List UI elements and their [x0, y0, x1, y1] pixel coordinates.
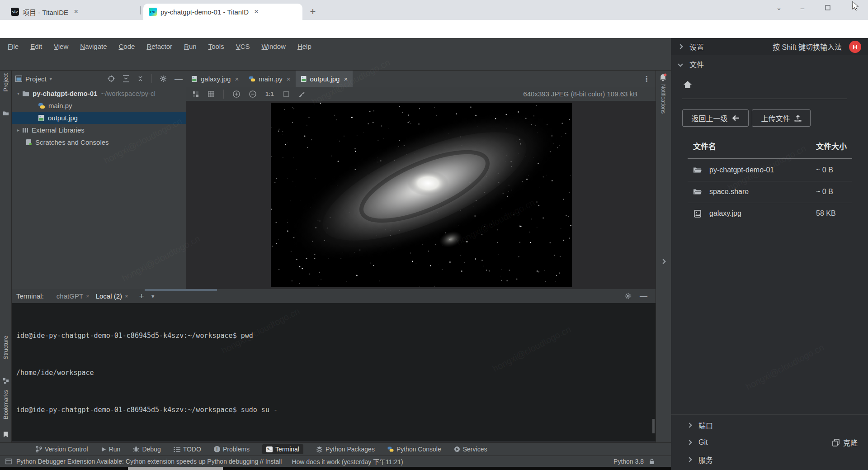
close-icon[interactable]: ×	[86, 293, 90, 299]
grid-toggle-icon[interactable]	[208, 91, 214, 97]
toolbar-python-console[interactable]: Python Console	[387, 446, 441, 453]
browser-tab-project[interactable]: <t> 项目 - TitanIDE ×	[5, 4, 137, 20]
menu-window[interactable]: Window	[256, 43, 292, 50]
browser-tab-ide[interactable]: PC py-chatgpt-demo-01 - TitanID ×	[143, 4, 302, 20]
hide-panel-icon[interactable]: —	[640, 292, 647, 301]
status-window-icon[interactable]	[5, 458, 12, 465]
window-minimize-button[interactable]: –	[792, 0, 813, 15]
terminal-output[interactable]: ide@ide-py-chatgpt-demo-01-c86945d5-k4sz…	[12, 303, 656, 441]
window-maximize-button[interactable]	[817, 0, 838, 15]
tree-item-output-jpg[interactable]: output.jpg	[12, 112, 186, 124]
toolbar-python-packages[interactable]: Python Packages	[316, 446, 375, 453]
services-section-header[interactable]: 服务	[671, 451, 868, 468]
menu-view[interactable]: View	[48, 43, 74, 50]
toolbar-problems[interactable]: ! Problems	[214, 446, 250, 453]
image-viewer-toolbar: 1:1 640x393 JPEG (8-bit color) 109.63 kB	[186, 87, 656, 101]
toolbar-todo[interactable]: TODO	[174, 446, 201, 453]
editor-tab-main-py[interactable]: main.py ×	[244, 71, 295, 87]
editor-tab-output[interactable]: output.jpg ×	[296, 71, 353, 87]
close-icon[interactable]: ×	[235, 75, 239, 83]
locate-file-icon[interactable]	[108, 75, 115, 82]
new-tab-button[interactable]: +	[307, 5, 319, 18]
new-terminal-plus-icon[interactable]: +	[139, 291, 144, 301]
terminal-tab-local[interactable]: Local (2) ×	[96, 292, 128, 300]
tree-item-main-py[interactable]: main.py	[12, 100, 186, 112]
zoom-out-icon[interactable]	[249, 90, 256, 98]
project-stripe-folder-icon[interactable]	[3, 110, 9, 116]
close-icon[interactable]: ×	[344, 75, 348, 83]
go-up-button[interactable]: 返回上一级	[682, 109, 749, 127]
toolbar-terminal[interactable]: >_ Terminal	[262, 444, 303, 454]
hide-panel-icon[interactable]: —	[175, 76, 183, 81]
terminal-tab-chatgpt[interactable]: chatGPT ×	[57, 292, 90, 300]
menu-edit[interactable]: Edit	[24, 43, 48, 50]
menu-run[interactable]: Run	[178, 43, 203, 50]
tree-item-project-root[interactable]: ▾ py-chatgpt-demo-01 ~/workspace/py-cl	[12, 87, 186, 100]
upload-file-button[interactable]: 上传文件	[752, 109, 811, 127]
ports-label: 端口	[698, 420, 713, 431]
bookmarks-stripe-flag-icon[interactable]	[3, 432, 8, 437]
file-row-galaxy-jpg[interactable]: galaxy.jpg 58 KB	[671, 204, 868, 223]
menu-help[interactable]: Help	[292, 43, 317, 50]
stripe-structure-label[interactable]: Structure	[2, 336, 9, 360]
settings-section-header[interactable]: 设置 按 Shift 键切换输入法 H	[671, 38, 868, 55]
packages-icon	[316, 446, 323, 453]
chevron-down-icon[interactable]: ▾	[17, 91, 19, 96]
terminal-scrollbar-horizontal[interactable]	[145, 289, 217, 291]
chevron-right-icon[interactable]: ▸	[17, 128, 19, 133]
toolbar-services[interactable]: Services	[454, 446, 487, 453]
notifications-bell-icon[interactable]	[659, 73, 667, 81]
tree-item-external-libraries[interactable]: ▸ External Libraries	[12, 124, 186, 136]
stripe-project-label[interactable]: Project	[2, 73, 9, 91]
chevron-down-icon[interactable]: ▾	[50, 76, 52, 81]
menu-file[interactable]: File	[2, 43, 24, 50]
zoom-in-icon[interactable]	[233, 90, 240, 98]
toolbar-debug[interactable]: Debug	[133, 446, 160, 453]
menu-code[interactable]: Code	[113, 43, 141, 50]
expand-all-icon[interactable]	[123, 75, 129, 82]
lock-icon[interactable]	[649, 458, 655, 465]
close-icon[interactable]: ×	[125, 293, 128, 299]
menu-navigate[interactable]: Navigate	[74, 43, 113, 50]
tree-item-scratches[interactable]: Scratches and Consoles	[12, 136, 186, 148]
gear-icon[interactable]	[625, 293, 632, 299]
status-message[interactable]: Python Debugger Extension Available: Cyt…	[16, 458, 282, 465]
home-icon[interactable]	[683, 81, 692, 89]
file-row-py-chatgpt[interactable]: py-chatgpt-demo-01 ~ 0 B	[671, 160, 868, 180]
stripe-notifications-label[interactable]: Notifications	[660, 84, 666, 114]
terminal-scrollbar-vertical[interactable]	[652, 419, 655, 433]
expand-strip-chevron[interactable]	[659, 256, 667, 267]
tab-close-icon[interactable]: ×	[72, 7, 80, 16]
status-secondary-message[interactable]: How does it work (yesterday 下午11:21)	[292, 457, 403, 466]
structure-stripe-icon[interactable]	[3, 378, 9, 384]
menu-tools[interactable]: Tools	[203, 43, 230, 50]
close-icon[interactable]: ×	[287, 75, 291, 83]
toolbar-run[interactable]: Run	[101, 446, 121, 453]
image-viewer-canvas[interactable]	[186, 101, 656, 289]
color-picker-pipette-icon[interactable]	[298, 90, 305, 97]
project-panel-title[interactable]: Project	[25, 75, 47, 83]
gear-icon[interactable]	[160, 75, 167, 82]
user-avatar[interactable]: H	[849, 41, 861, 53]
tab-search-chevron-icon[interactable]: ⌄	[769, 0, 789, 15]
collapse-all-icon[interactable]	[137, 76, 144, 81]
transparency-checkerboard-icon[interactable]	[193, 91, 199, 97]
actual-size-button[interactable]: 1:1	[265, 90, 274, 97]
fit-to-window-icon[interactable]	[283, 91, 289, 97]
menu-vcs[interactable]: VCS	[230, 43, 256, 50]
tab-close-icon[interactable]: ×	[252, 7, 260, 16]
project-panel-header: Project ▾ —	[12, 71, 186, 87]
editor-tab-galaxy[interactable]: galaxy.jpg ×	[186, 71, 244, 87]
tree-item-name: External Libraries	[32, 126, 85, 134]
editor-options-kebab-icon[interactable]: ⋮	[643, 75, 650, 83]
git-section-header[interactable]: Git 克隆	[671, 434, 868, 451]
python-interpreter-selector[interactable]: Python 3.8	[613, 458, 644, 465]
stripe-bookmarks-label[interactable]: Bookmarks	[2, 390, 9, 419]
terminal-dropdown-chevron-icon[interactable]: ▼	[151, 294, 156, 299]
files-section-header[interactable]: 文件	[671, 55, 868, 73]
file-row-space-share[interactable]: space.share ~ 0 B	[671, 182, 868, 202]
ports-section-header[interactable]: 端口	[671, 417, 868, 433]
menu-refactor[interactable]: Refactor	[141, 43, 178, 50]
toolbar-version-control[interactable]: Version Control	[35, 446, 88, 453]
git-clone-button[interactable]: 克隆	[832, 437, 868, 448]
